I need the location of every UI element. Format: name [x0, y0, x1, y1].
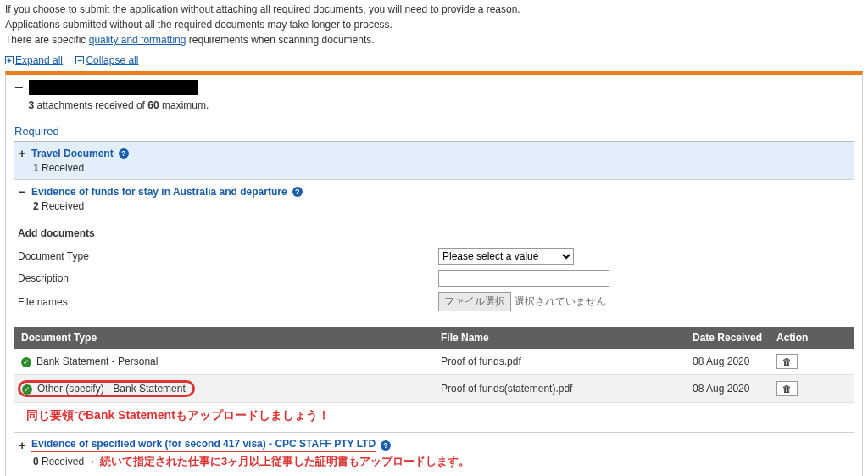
collapse-all-label: Collapse all: [86, 54, 138, 66]
file-choose-button[interactable]: ファイル選択: [438, 292, 511, 311]
attachments-max: 60: [147, 99, 159, 111]
applicant-name-redacted: [29, 80, 198, 95]
row0-date: 08 Aug 2020: [686, 349, 770, 375]
req-evidence-funds: − Evidence of funds for stay in Australi…: [14, 180, 854, 217]
intro-line-1: If you choose to submit the application …: [5, 3, 863, 15]
expand-all-link[interactable]: +Expand all: [5, 54, 63, 66]
check-icon: ✓: [21, 357, 31, 367]
annotation-oval: ✓Other (specify) - Bank Statement: [18, 380, 195, 397]
intro-line-2: Applications submitted without all the r…: [5, 19, 863, 31]
row0-file: Proof of funds.pdf: [434, 349, 686, 375]
intro-line-3-after: requirements when scanning documents.: [186, 34, 374, 46]
attachments-summary: 3 attachments received of 60 maximum.: [29, 99, 209, 111]
attachments-panel: − 3 attachments received of 60 maximum. …: [5, 71, 863, 476]
annotation-text-1: 同じ要領でBank Statementもアップロードしましょう！: [26, 408, 854, 423]
funds-collapse-toggle[interactable]: −: [18, 185, 26, 199]
row1-date: 08 Aug 2020: [686, 375, 770, 403]
description-input[interactable]: [438, 270, 609, 287]
quality-formatting-link[interactable]: quality and formatting: [89, 34, 186, 46]
evidence-work-title[interactable]: Evidence of specified work (for second 4…: [31, 438, 376, 452]
trash-icon: 🗑: [782, 384, 792, 394]
table-row: ✓Bank Statement - Personal Proof of fund…: [14, 349, 854, 375]
th-file-name: File Name: [434, 327, 686, 349]
help-icon[interactable]: ?: [119, 148, 129, 159]
req-evidence-work: + Evidence of specified work (for second…: [14, 432, 854, 474]
help-icon[interactable]: ?: [381, 440, 391, 451]
row1-type: Other (specify) - Bank Statement: [37, 383, 186, 395]
row0-type: Bank Statement - Personal: [36, 356, 158, 367]
attachments-after: maximum.: [159, 99, 209, 111]
delete-button[interactable]: 🗑: [776, 354, 798, 369]
th-action: Action: [770, 327, 854, 349]
travel-document-title[interactable]: Travel Document: [31, 148, 114, 160]
travel-received-count: 1: [33, 162, 39, 174]
expand-all-label: Expand all: [15, 54, 63, 66]
attachments-mid: attachments received of: [34, 99, 147, 111]
description-label: Description: [14, 272, 438, 284]
trash-icon: 🗑: [782, 356, 792, 367]
doc-type-label: Document Type: [14, 250, 438, 262]
doc-type-select[interactable]: Please select a value: [438, 248, 574, 265]
evidence-funds-title[interactable]: Evidence of funds for stay in Australia …: [31, 186, 287, 198]
applicant-collapse-toggle[interactable]: −: [14, 80, 24, 95]
required-section-title: Required: [14, 125, 854, 142]
req-travel-document: + Travel Document ? 1 Received: [14, 142, 854, 180]
documents-table: Document Type File Name Date Received Ac…: [14, 327, 854, 403]
th-date-received: Date Received: [686, 327, 770, 349]
work-expand-toggle[interactable]: +: [18, 439, 26, 452]
minus-box-icon: −: [75, 56, 84, 64]
work-received-label: Received: [39, 456, 84, 468]
help-icon[interactable]: ?: [292, 187, 303, 197]
check-icon: ✓: [22, 384, 32, 395]
expand-collapse-bar: +Expand all −Collapse all: [5, 54, 863, 66]
travel-received-label: Received: [39, 162, 84, 174]
row1-file: Proof of funds(statement).pdf: [434, 375, 686, 403]
funds-received-count: 2: [33, 200, 39, 212]
file-choose-status: 選択されていません: [515, 295, 606, 307]
funds-received-label: Received: [39, 200, 84, 212]
collapse-all-link[interactable]: −Collapse all: [75, 54, 138, 66]
add-documents-heading: Add documents: [18, 227, 854, 239]
annotation-text-2: ←続いて指定された仕事に3ヶ月以上従事した証明書もアップロードします。: [89, 454, 470, 469]
travel-expand-toggle[interactable]: +: [18, 147, 26, 160]
intro-line-3-before: There are specific: [5, 34, 89, 46]
plus-box-icon: +: [5, 56, 14, 64]
table-row: ✓Other (specify) - Bank Statement Proof …: [14, 375, 854, 403]
work-received-count: 0: [33, 456, 39, 468]
delete-button[interactable]: 🗑: [776, 381, 798, 396]
th-document-type: Document Type: [14, 327, 434, 349]
intro-line-3: There are specific quality and formattin…: [5, 34, 863, 46]
file-names-label: File names: [14, 296, 438, 308]
